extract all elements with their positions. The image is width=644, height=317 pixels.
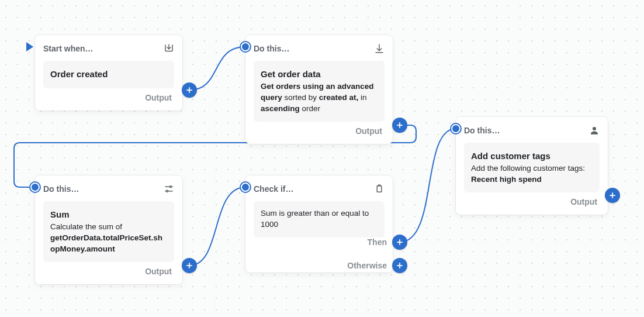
add-otherwise-button[interactable] [392,258,407,273]
node-add-customer-tags[interactable]: Do this… Add customer tags Add the follo… [456,117,608,215]
then-label: Then [361,237,387,247]
node-check-if[interactable]: Check if… Sum is greater than or equal t… [245,175,393,273]
start-indicator-icon [26,42,33,51]
add-output-button[interactable] [392,118,407,133]
node-body-title: Get order data [261,68,378,80]
node-body: Sum Calculate the sum of getOrderData.to… [43,201,174,262]
add-output-button[interactable] [605,188,620,203]
svg-point-5 [593,127,596,130]
person-icon [589,125,600,136]
node-body-description: Add the following customer tags: Recent … [471,163,593,185]
add-then-button[interactable] [392,235,407,250]
input-port[interactable] [241,42,250,51]
add-output-button[interactable] [182,258,197,273]
workflow-canvas[interactable]: Start when… Order created Output Do this… [0,0,644,317]
output-label: Output [145,93,172,102]
add-output-button[interactable] [182,82,197,98]
svg-point-0 [170,186,172,188]
adjust-icon [164,184,174,194]
node-body-description: Get orders using an advanced query sorte… [261,81,378,115]
node-header-label: Check if… [254,184,293,194]
node-body-title: Sum [50,208,167,220]
input-port[interactable] [241,182,250,192]
node-body: Order created [43,61,174,88]
node-body-description: Calculate the sum of getOrderData.totalP… [50,222,167,255]
node-body: Add customer tags Add the following cust… [464,143,600,192]
node-get-order-data[interactable]: Do this… Get order data Get orders using… [245,35,393,144]
node-start-when[interactable]: Start when… Order created Output [35,35,182,111]
node-body-title: Order created [50,68,167,80]
node-header-label: Do this… [254,44,289,53]
node-body: Sum is greater than or equal to 1000 [254,201,385,237]
svg-rect-3 [378,185,381,187]
svg-point-1 [167,190,168,192]
otherwise-label: Otherwise [340,261,387,270]
node-header-label: Do this… [43,184,79,194]
node-body-title: Add customer tags [471,150,593,162]
clipboard-icon [374,184,385,194]
node-body: Get order data Get orders using an advan… [254,61,385,122]
node-header-label: Do this… [464,126,500,135]
condition-text: Sum is greater than or equal to 1000 [261,208,378,230]
download-icon [374,43,385,54]
node-header-label: Start when… [43,44,94,53]
output-label: Output [355,126,382,136]
import-icon [164,43,174,54]
node-sum[interactable]: Do this… Sum Calculate the sum of getOrd… [35,175,182,284]
svg-rect-4 [378,187,381,192]
output-label: Output [570,197,597,206]
input-port[interactable] [30,182,40,192]
input-port[interactable] [451,124,461,133]
output-label: Output [145,267,172,276]
